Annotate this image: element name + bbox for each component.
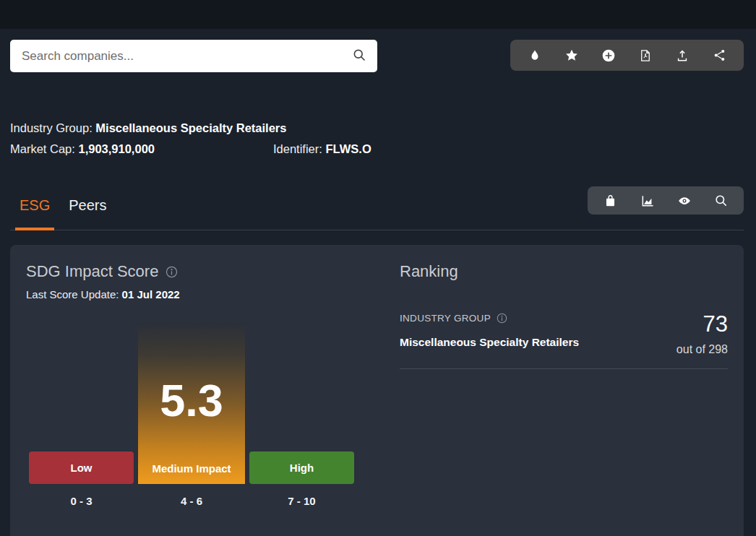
tab-peers[interactable]: Peers bbox=[64, 197, 111, 230]
tab-esg[interactable]: ESG bbox=[15, 197, 54, 230]
company-info: Industry Group: Miscellaneous Specialty … bbox=[10, 118, 744, 160]
market-cap-line: Market Cap: 1,903,910,000 bbox=[10, 139, 273, 160]
band-medium-label: Medium Impact bbox=[138, 462, 245, 475]
view-toolbar bbox=[588, 186, 744, 215]
band-low: Low bbox=[29, 451, 134, 484]
pdf-export-icon[interactable] bbox=[636, 46, 655, 65]
search-icon[interactable] bbox=[352, 48, 366, 65]
bag-icon[interactable] bbox=[601, 191, 620, 210]
top-app-strip bbox=[0, 0, 756, 29]
ranking-title: Ranking bbox=[400, 262, 728, 281]
search-input[interactable] bbox=[22, 49, 352, 64]
rank-out-of: out of 298 bbox=[676, 343, 728, 356]
score-band-chart: Low 5.3 Medium Impact High bbox=[29, 322, 385, 484]
info-icon[interactable] bbox=[497, 313, 507, 324]
ranking-group-name: Miscellaneous Specialty Retailers bbox=[400, 336, 579, 349]
ranking-section: Ranking INDUSTRY GROUP Miscellan bbox=[385, 262, 728, 524]
sdg-impact-section: SDG Impact Score Last Score Update: 01 J… bbox=[26, 262, 385, 524]
range-medium: 4 - 6 bbox=[138, 495, 245, 507]
last-update-value: 01 Jul 2022 bbox=[122, 288, 180, 301]
tabs-bar: ESG Peers bbox=[10, 186, 744, 230]
market-cap-label: Market Cap: bbox=[10, 142, 75, 155]
star-icon[interactable] bbox=[562, 46, 581, 65]
area-chart-icon[interactable] bbox=[638, 191, 657, 210]
ranking-group: INDUSTRY GROUP Miscellaneous Specialty R… bbox=[400, 313, 579, 356]
market-cap-value: 1,903,910,000 bbox=[78, 142, 155, 155]
search-icon[interactable] bbox=[712, 191, 731, 210]
industry-group-line: Industry Group: Miscellaneous Specialty … bbox=[10, 118, 744, 139]
band-medium-bar: 5.3 Medium Impact bbox=[138, 322, 245, 484]
info-icon[interactable] bbox=[166, 266, 178, 278]
identifier-line: Identifier: FLWS.O bbox=[273, 139, 371, 160]
action-toolbar bbox=[510, 40, 744, 71]
sdg-title: SDG Impact Score bbox=[26, 262, 158, 281]
page-content: Industry Group: Miscellaneous Specialty … bbox=[0, 40, 756, 536]
esg-card: SDG Impact Score Last Score Update: 01 J… bbox=[10, 245, 744, 536]
identifier-value: FLWS.O bbox=[325, 142, 371, 155]
add-circle-icon[interactable] bbox=[599, 46, 618, 65]
upload-icon[interactable] bbox=[673, 46, 692, 65]
identifier-label: Identifier: bbox=[273, 142, 322, 155]
score-ranges: 0 - 3 4 - 6 7 - 10 bbox=[29, 495, 385, 507]
ranking-divider bbox=[400, 368, 728, 369]
last-update-label: Last Score Update: bbox=[26, 288, 119, 301]
range-high: 7 - 10 bbox=[249, 495, 354, 507]
rank-numbers: 73 out of 298 bbox=[676, 313, 728, 356]
band-high: High bbox=[249, 451, 354, 484]
last-score-update: Last Score Update: 01 Jul 2022 bbox=[26, 288, 385, 301]
rank-value: 73 bbox=[676, 313, 728, 335]
range-low: 0 - 3 bbox=[29, 495, 134, 507]
sdg-score-value: 5.3 bbox=[138, 378, 245, 423]
industry-group-label: Industry Group: bbox=[10, 121, 93, 134]
industry-group-rank-label: INDUSTRY GROUP bbox=[400, 313, 491, 324]
flame-icon[interactable] bbox=[525, 46, 544, 65]
share-icon[interactable] bbox=[710, 46, 729, 65]
eye-icon[interactable] bbox=[675, 191, 694, 210]
industry-group-value: Miscellaneous Specialty Retailers bbox=[95, 121, 286, 134]
company-search-bar[interactable] bbox=[10, 40, 377, 72]
